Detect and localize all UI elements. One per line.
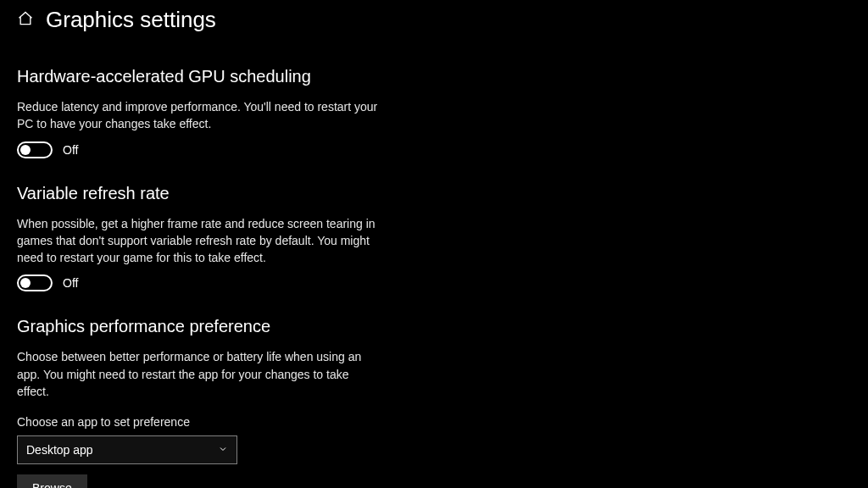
variable-refresh-toggle-label: Off	[63, 276, 78, 290]
section-perf-pref: Graphics performance preference Choose b…	[17, 317, 415, 488]
gpu-scheduling-toggle-label: Off	[63, 143, 78, 157]
browse-button[interactable]: Browse	[17, 474, 87, 488]
gpu-scheduling-heading: Hardware-accelerated GPU scheduling	[17, 67, 415, 86]
app-type-dropdown-value: Desktop app	[26, 443, 93, 457]
home-icon[interactable]	[17, 10, 34, 30]
page-header: Graphics settings	[17, 3, 851, 42]
gpu-scheduling-desc: Reduce latency and improve performance. …	[17, 98, 381, 133]
toggle-knob	[20, 278, 31, 288]
page-title: Graphics settings	[46, 7, 216, 33]
toggle-knob	[20, 145, 31, 155]
section-gpu-scheduling: Hardware-accelerated GPU scheduling Redu…	[17, 67, 415, 158]
variable-refresh-toggle[interactable]	[17, 274, 53, 291]
choose-app-label: Choose an app to set preference	[17, 415, 415, 429]
perf-pref-heading: Graphics performance preference	[17, 317, 415, 336]
variable-refresh-heading: Variable refresh rate	[17, 184, 415, 203]
chevron-down-icon	[218, 443, 228, 457]
gpu-scheduling-toggle[interactable]	[17, 141, 53, 158]
app-type-dropdown[interactable]: Desktop app	[17, 435, 237, 464]
variable-refresh-desc: When possible, get a higher frame rate a…	[17, 215, 381, 267]
perf-pref-desc: Choose between better performance or bat…	[17, 348, 381, 400]
section-variable-refresh: Variable refresh rate When possible, get…	[17, 184, 415, 292]
